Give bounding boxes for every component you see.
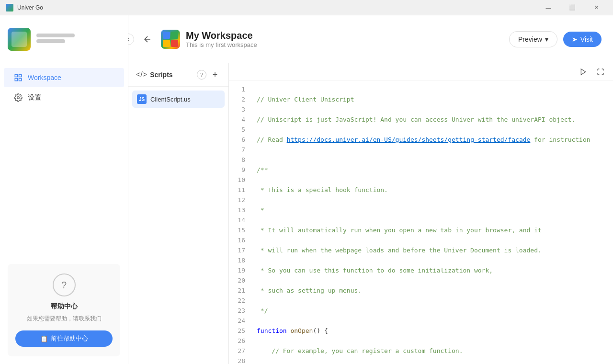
workspace-nav-label: Workspace [28, 74, 61, 81]
brand-line-2 [36, 39, 65, 43]
svg-rect-0 [15, 74, 17, 77]
help-btn-label: 前往帮助中心 [51, 334, 88, 343]
app-body: Workspace 设置 ? 帮助中心 如果您需要帮助，请联系我们 📋 前往帮助… [0, 15, 613, 364]
visit-button[interactable]: ➤ Visit [563, 32, 602, 47]
titlebar: Univer Go — ⬜ ✕ [0, 0, 613, 15]
preview-dropdown-icon: ▾ [545, 35, 548, 43]
help-center-subtitle: 如果您需要帮助，请联系我们 [27, 315, 102, 323]
workspace-color-icon [161, 30, 180, 49]
scripts-header: </> Scripts ? + [128, 63, 228, 87]
brand-logo-inner [11, 32, 27, 47]
svg-rect-1 [19, 74, 22, 77]
help-center-title: 帮助中心 [51, 302, 78, 311]
visit-label: Visit [580, 35, 593, 43]
visit-icon: ➤ [572, 35, 578, 43]
header-left: My Workspace This is my first workspace [140, 30, 257, 49]
code-content-area[interactable]: 12345 678910 1112131415 1617181920 21222… [229, 80, 613, 364]
svg-rect-2 [15, 79, 17, 81]
workspace-icon-cell-4 [171, 40, 178, 47]
sidebar: Workspace 设置 ? 帮助中心 如果您需要帮助，请联系我们 📋 前往帮助… [0, 15, 128, 364]
script-name: ClientScript.us [150, 96, 191, 103]
code-toolbar [229, 63, 613, 80]
help-btn-icon: 📋 [40, 335, 48, 342]
brand-line-1 [36, 34, 75, 37]
sidebar-nav: Workspace 设置 [0, 63, 128, 256]
scripts-code-icon: </> [136, 70, 147, 79]
back-button[interactable] [140, 32, 155, 47]
sidebar-item-settings[interactable]: 设置 [4, 88, 124, 107]
workspace-nav-icon [13, 73, 23, 82]
scripts-list: JS ClientScript.us [128, 87, 228, 112]
script-item-clientscript[interactable]: JS ClientScript.us [132, 91, 225, 108]
workspace-info: My Workspace This is my first workspace [186, 30, 257, 48]
scripts-help-button[interactable]: ? [197, 70, 206, 80]
right-panel: ‹ My Workspace This is my first worksp [128, 15, 613, 364]
svg-marker-5 [581, 69, 585, 75]
workspace-name: My Workspace [186, 30, 257, 41]
preview-label: Preview [518, 35, 542, 43]
settings-nav-label: 设置 [28, 93, 41, 102]
close-button[interactable]: ✕ [585, 0, 607, 15]
header-right: Preview ▾ ➤ Visit [509, 31, 602, 47]
workspace-icon-cell-3 [163, 40, 170, 47]
sidebar-brand [0, 15, 128, 63]
expand-editor-button[interactable] [594, 65, 607, 79]
app-title: Univer Go [17, 4, 43, 11]
scripts-add-button[interactable]: + [209, 69, 221, 80]
code-editor: 12345 678910 1112131415 1617181920 21222… [229, 63, 613, 364]
preview-button[interactable]: Preview ▾ [509, 31, 557, 47]
titlebar-left: Univer Go [6, 4, 43, 11]
header-bar: My Workspace This is my first workspace … [128, 15, 613, 63]
svg-point-4 [17, 97, 20, 99]
scripts-panel: </> Scripts ? + JS ClientScript.us [128, 63, 229, 364]
window-controls: — ⬜ ✕ [537, 0, 607, 15]
maximize-button[interactable]: ⬜ [561, 0, 583, 15]
workspace-icon-cell-1 [163, 32, 170, 39]
workspace-icon-cell-2 [171, 32, 178, 39]
line-numbers: 12345 678910 1112131415 1617181920 21222… [229, 80, 253, 364]
help-center-panel: ? 帮助中心 如果您需要帮助，请联系我们 📋 前往帮助中心 [8, 264, 120, 356]
run-code-button[interactable] [577, 65, 590, 79]
script-file-icon: JS [137, 94, 147, 104]
sidebar-item-workspace[interactable]: Workspace [4, 68, 124, 87]
brand-text [36, 34, 75, 45]
code-lines: // Univer Client Uniscript // Uniscript … [253, 80, 613, 364]
workspace-desc: This is my first workspace [186, 41, 257, 48]
svg-rect-3 [19, 79, 22, 81]
help-icon: ? [53, 273, 76, 296]
minimize-button[interactable]: — [537, 0, 559, 15]
scripts-title: Scripts [150, 71, 194, 79]
content-area: </> Scripts ? + JS ClientScript.us [128, 63, 613, 364]
app-logo-icon [6, 4, 13, 11]
brand-logo-icon [8, 28, 31, 51]
goto-help-button[interactable]: 📋 前往帮助中心 [15, 330, 113, 347]
settings-nav-icon [13, 93, 23, 102]
